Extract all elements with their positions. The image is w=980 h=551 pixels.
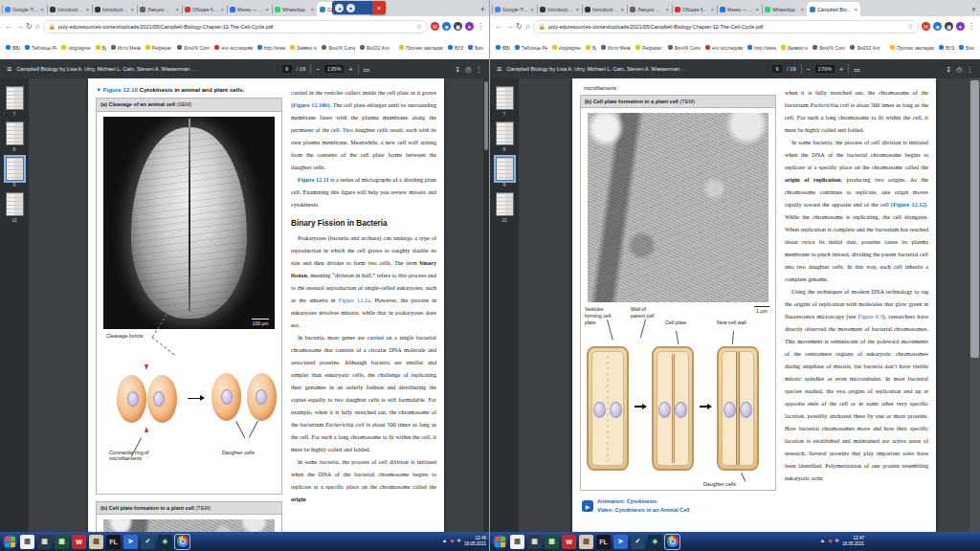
extension-icon[interactable]: ◆ bbox=[442, 22, 451, 31]
url-input[interactable]: 🔒 poly-eduresources-content/uploads/2021… bbox=[533, 20, 919, 33]
tab-close-icon[interactable]: × bbox=[665, 7, 669, 12]
video-link[interactable]: Video: Cytokinesis in an Animal Cell bbox=[597, 507, 689, 514]
extension-icon[interactable]: М bbox=[431, 22, 439, 31]
pdf-sidebar-toggle-icon[interactable]: ≡ bbox=[7, 65, 11, 74]
bookmark-item[interactable]: ФизУК Compliance bbox=[322, 45, 354, 51]
bookmark-item[interactable]: http://www.slu… bbox=[747, 45, 776, 51]
browser-tab[interactable]: Google Переводчик × bbox=[492, 2, 537, 16]
bookmark-item[interactable]: ФизУК Compliance bbox=[668, 45, 701, 51]
tray-icon[interactable]: ✚ bbox=[457, 539, 461, 544]
page-thumbnail[interactable]: 7 bbox=[496, 86, 514, 117]
viewer-canvas[interactable]: microfilaments (b) Cell plate formation … bbox=[519, 78, 980, 532]
tray-icon[interactable]: ✚ bbox=[835, 539, 839, 544]
mini-window-back-icon[interactable]: ◂ bbox=[335, 4, 344, 12]
taskbar-clock[interactable]: 12:46 18.05.2021 bbox=[464, 536, 486, 546]
bookmark-item[interactable]: Прочие закладки bbox=[890, 45, 934, 51]
extension-icon[interactable]: ▣ bbox=[945, 22, 953, 31]
tray-icon[interactable]: ▲ bbox=[442, 539, 447, 544]
browser-tab[interactable]: Общая биология в схемах × bbox=[182, 2, 227, 16]
browser-tab[interactable]: WhatsApp × bbox=[272, 2, 317, 16]
zoom-out-icon[interactable]: − bbox=[316, 66, 320, 73]
bookmark-item[interactable]: Заявки портал bbox=[290, 45, 317, 51]
tab-close-icon[interactable]: × bbox=[755, 7, 759, 12]
taskbar-app-icon[interactable]: ▤ bbox=[579, 535, 593, 549]
browser-tab[interactable]: Меню — Платформа × bbox=[717, 2, 762, 16]
tab-close-icon[interactable]: × bbox=[40, 7, 44, 12]
pdf-more-icon[interactable]: ⋮ bbox=[476, 66, 482, 73]
taskbar-app-icon[interactable] bbox=[175, 535, 189, 549]
bookmark-item[interactable]: Бро bbox=[96, 45, 106, 51]
taskbar-app-icon[interactable]: ▩ bbox=[55, 535, 69, 549]
bookmark-item[interactable]: ВУЗ bbox=[939, 45, 954, 51]
taskbar-clock[interactable]: 12:47 18.05.2021 bbox=[842, 536, 864, 546]
forward-icon[interactable]: → bbox=[505, 23, 513, 31]
print-icon[interactable]: ⎙ bbox=[956, 66, 962, 73]
bookmark-item[interactable]: Прочие закладки bbox=[399, 45, 443, 51]
mini-window-close-icon[interactable]: × bbox=[372, 1, 386, 14]
browser-tab[interactable]: Лекции — Академия × bbox=[627, 2, 672, 16]
pdf-page-input[interactable]: 9 bbox=[282, 65, 292, 73]
tab-close-icon[interactable]: × bbox=[175, 7, 179, 12]
new-tab-button[interactable]: + bbox=[968, 3, 980, 15]
pdf-scrollbar[interactable] bbox=[483, 78, 489, 532]
taskbar-app-icon[interactable]: ✓ bbox=[141, 535, 155, 549]
browser-tab[interactable]: Google Переводчик × bbox=[2, 2, 47, 16]
browser-tab[interactable]: Introduction to Genetics × bbox=[537, 2, 582, 16]
bookmark-item[interactable]: vlog/agreements bbox=[61, 45, 90, 51]
bookmark-item[interactable]: его исследование БД bbox=[214, 45, 252, 51]
media-play-icon[interactable]: ▶ bbox=[582, 500, 593, 512]
taskbar-app-icon[interactable]: ✓ bbox=[631, 535, 645, 549]
page-thumbnail[interactable]: 8 bbox=[6, 121, 24, 152]
taskbar-app-icon[interactable]: ➤ bbox=[123, 535, 138, 549]
tab-close-icon[interactable]: × bbox=[620, 7, 624, 12]
browser-tab[interactable]: Campbell Biology (z-lib.org) × bbox=[807, 2, 860, 16]
extension-icon[interactable]: ● bbox=[465, 22, 474, 31]
extension-icon[interactable]: ◆ bbox=[933, 22, 942, 31]
bookmark-item[interactable]: ФизУК Compliance bbox=[177, 45, 210, 51]
bookmark-item[interactable]: Био bbox=[468, 45, 483, 51]
taskbar-app-icon[interactable]: FL bbox=[106, 535, 121, 549]
bookmark-item[interactable]: http://www.slu… bbox=[257, 45, 286, 51]
print-icon[interactable]: ⎙ bbox=[465, 66, 471, 73]
tray-icon[interactable]: ◆ bbox=[450, 539, 454, 544]
taskbar-app-icon[interactable] bbox=[665, 535, 679, 549]
taskbar-app-icon[interactable]: ◆ bbox=[648, 535, 662, 549]
bookmark-item[interactable]: ВВА А bbox=[6, 45, 20, 51]
download-icon[interactable]: ↧ bbox=[456, 66, 461, 73]
browser-menu-icon[interactable]: ⋮ bbox=[477, 22, 484, 31]
bookmark-item[interactable]: Био bbox=[959, 45, 974, 51]
zoom-in-icon[interactable]: + bbox=[839, 66, 843, 73]
bookmark-item[interactable]: ВУЗ bbox=[448, 45, 463, 51]
fit-page-icon[interactable]: ▭ bbox=[364, 66, 370, 73]
bookmark-item[interactable]: Исто Metabolism bbox=[601, 45, 631, 51]
tab-close-icon[interactable]: × bbox=[85, 7, 89, 12]
page-thumbnail[interactable]: 9 bbox=[6, 157, 24, 187]
zoom-level[interactable]: 170% bbox=[815, 65, 835, 73]
tab-close-icon[interactable]: × bbox=[854, 7, 858, 12]
bookmark-item[interactable]: Заявки портал bbox=[781, 45, 808, 51]
tab-close-icon[interactable]: × bbox=[800, 7, 804, 12]
bookmark-item[interactable]: Таблицы Ресурсы bbox=[25, 45, 57, 51]
pdf-sidebar-toggle-icon[interactable]: ≡ bbox=[497, 65, 501, 74]
bookmark-item[interactable]: vlog/agreements bbox=[552, 45, 581, 51]
bookmark-item[interactable]: Таблицы Ресурсы bbox=[515, 45, 547, 51]
pdf-scrollbar[interactable] bbox=[969, 78, 980, 532]
reload-icon[interactable]: ↻ bbox=[516, 23, 523, 31]
taskbar-app-icon[interactable]: W bbox=[72, 535, 86, 549]
page-thumbnail[interactable]: 10 bbox=[496, 192, 514, 223]
browser-tab[interactable]: Общая биология в схемах × bbox=[672, 2, 717, 16]
home-icon[interactable]: ⌂ bbox=[35, 23, 40, 31]
home-icon[interactable]: ⌂ bbox=[525, 23, 530, 31]
browser-tab[interactable]: WhatsApp × bbox=[762, 2, 807, 16]
taskbar-app-icon[interactable]: ▤ bbox=[510, 535, 524, 549]
fit-page-icon[interactable]: ▭ bbox=[854, 66, 860, 73]
taskbar-app-icon[interactable]: ▤ bbox=[89, 535, 103, 549]
pdf-page-input[interactable]: 9 bbox=[772, 65, 782, 73]
download-icon[interactable]: ↧ bbox=[947, 66, 952, 73]
back-icon[interactable]: ← bbox=[495, 23, 502, 31]
zoom-in-icon[interactable]: + bbox=[348, 66, 352, 73]
bookmark-item[interactable]: Фи202 Алгоритм bbox=[360, 45, 390, 51]
taskbar-app-icon[interactable]: FL bbox=[596, 535, 611, 549]
bookmark-item[interactable]: Реферат темы bbox=[145, 45, 172, 51]
bookmark-star-icon[interactable]: ☆ bbox=[907, 23, 913, 31]
